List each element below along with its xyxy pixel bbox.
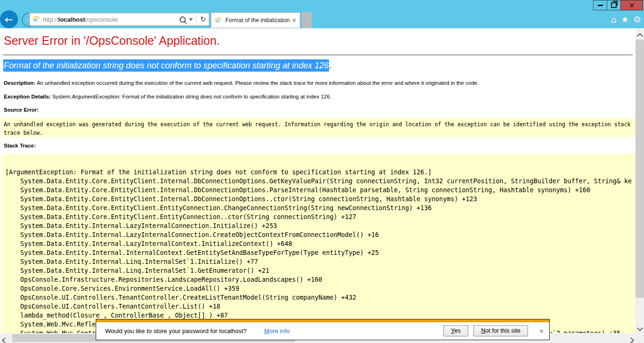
scroll-up-icon[interactable] [637, 33, 643, 39]
error-page: Server Error in '/OpsConsole' Applicatio… [0, 28, 636, 333]
url-scheme: http:// [43, 16, 58, 23]
search-icon[interactable] [180, 16, 186, 23]
chevron-down-icon[interactable] [189, 18, 193, 21]
stack-trace-text: [ArgumentException: Format of the initia… [1, 154, 636, 333]
vertical-scrollbar[interactable] [636, 28, 644, 333]
password-notification-bar: Would you like to store your password fo… [96, 319, 550, 340]
error-message-heading: Format of the initialization string does… [3, 61, 331, 71]
restore-icon [611, 2, 617, 8]
address-bar-divider [196, 15, 197, 24]
more-info-link[interactable]: More info [264, 327, 289, 335]
exception-details-text: System.ArgumentException: Format of the … [51, 94, 331, 99]
browser-window: × ← → e http://localhost/opsconsole ↻ e … [0, 0, 644, 343]
stack-trace-label: Stack Trace: [4, 143, 36, 148]
window-controls: × [594, 0, 643, 10]
description-label: Description: [4, 80, 35, 86]
source-error-text: An unhandled exception was generated dur… [4, 121, 630, 136]
scroll-left-icon[interactable] [2, 337, 8, 343]
vertical-scrollbar-thumb[interactable] [636, 40, 644, 298]
home-icon[interactable]: ⌂ [611, 14, 617, 25]
ie-logo-icon: e [33, 16, 40, 23]
favorites-star-icon[interactable]: ★ [621, 14, 629, 25]
url-path: /opsconsole [85, 16, 118, 23]
tab-favicon-ie-icon: e [215, 17, 222, 24]
page-title: Server Error in '/OpsConsole' Applicatio… [4, 34, 220, 48]
notification-close-icon[interactable]: × [539, 327, 544, 335]
exception-details-line: Exception Details: System.ArgumentExcept… [4, 94, 331, 99]
selected-text: Format of the initialization string does… [3, 59, 329, 72]
description-line: Description: An unhandled exception occu… [4, 80, 479, 86]
url-text[interactable]: http://localhost/opsconsole [43, 16, 180, 23]
settings-gear-icon[interactable]: ⚙ [633, 14, 641, 25]
error-message-period: . [329, 61, 331, 70]
browser-toolbar-icons: ⌂ ★ ⚙ [611, 14, 641, 25]
exception-details-label: Exception Details: [4, 94, 51, 99]
source-error-label: Source Error: [4, 107, 39, 113]
minimize-icon [598, 5, 603, 6]
new-tab-button[interactable] [302, 12, 312, 28]
address-bar[interactable]: e http://localhost/opsconsole ↻ [29, 13, 209, 26]
back-arrow-icon: ← [5, 14, 13, 25]
tab-title: Format of the initialization ... [225, 17, 290, 24]
notification-message: Would you like to store your password fo… [105, 327, 247, 335]
refresh-icon[interactable]: ↻ [200, 16, 206, 23]
scroll-down-icon[interactable] [637, 325, 643, 331]
tab-close-icon[interactable]: × [292, 16, 296, 24]
scrollbar-corner [636, 333, 644, 343]
close-window-icon: × [629, 1, 635, 9]
description-text: An unhandled exception occurred during t… [35, 80, 479, 86]
not-for-this-site-button[interactable]: Not for this site [473, 325, 528, 336]
stack-trace-box: [ArgumentException: Format of the initia… [1, 154, 636, 333]
window-titlebar: × [0, 0, 644, 10]
navigation-bar: ← → e http://localhost/opsconsole ↻ e Fo… [0, 10, 644, 28]
minimize-button[interactable] [593, 0, 607, 10]
url-host: localhost [58, 16, 85, 23]
close-window-button[interactable]: × [620, 0, 643, 10]
back-button[interactable]: ← [0, 10, 18, 28]
scroll-right-icon[interactable] [628, 337, 634, 343]
source-error-box: An unhandled exception was generated dur… [1, 118, 636, 137]
horizontal-rule [3, 54, 633, 56]
yes-button[interactable]: Yes [443, 325, 468, 336]
browser-tab[interactable]: e Format of the initialization ... × [211, 12, 300, 28]
restore-button[interactable] [607, 0, 621, 10]
